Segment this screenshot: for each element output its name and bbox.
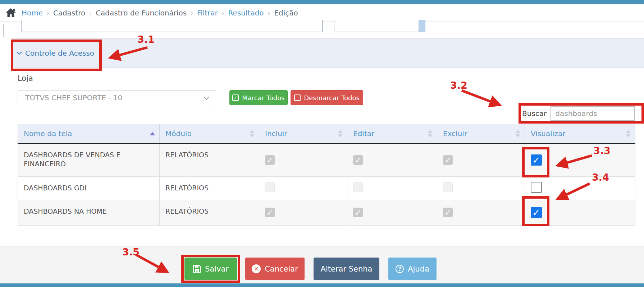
column-header-label: Visualizar <box>531 129 565 138</box>
column-header-visualizar[interactable]: Visualizar <box>525 124 635 144</box>
top-accent-bar <box>0 0 644 4</box>
breadcrumb-bar: Home›Cadastro›Cadastro de Funcionários›F… <box>0 4 644 22</box>
excluir-cell <box>437 200 525 225</box>
editar-checkbox <box>353 208 363 217</box>
incluir-cell <box>259 200 347 225</box>
checked-box-icon: ✓ <box>232 94 239 101</box>
form-left-border <box>3 24 4 37</box>
table-row: DASHBOARDS DE VENDAS E FINANCEIRORELATÓR… <box>18 143 635 176</box>
breadcrumb-item-cadastro-de-funcionarios: Cadastro de Funcionários <box>96 9 187 17</box>
column-header-modulo[interactable]: Módulo <box>160 124 259 144</box>
module-cell: RELATÓRIOS <box>160 143 259 176</box>
table-header-row: Nome da telaMóduloIncluirEditarExcluirVi… <box>18 124 635 144</box>
bottom-accent-bar <box>0 283 644 287</box>
chevron-down-icon <box>204 96 209 100</box>
excluir-checkbox <box>443 208 453 217</box>
store-label: Loja <box>18 74 33 83</box>
column-header-editar[interactable]: Editar <box>347 124 437 144</box>
visualizar-checkbox[interactable] <box>531 207 542 218</box>
module-cell: RELATÓRIOS <box>160 176 259 200</box>
footer-buttons: Salvar ✕ Cancelar Alterar Senha ? Ajuda <box>184 258 437 280</box>
save-icon <box>193 265 201 273</box>
breadcrumb-item-filtrar[interactable]: Filtrar <box>197 9 218 17</box>
incluir-checkbox <box>265 182 275 192</box>
excluir-checkbox <box>443 155 453 165</box>
column-header-excluir[interactable]: Excluir <box>437 124 525 144</box>
excluir-cell <box>437 143 525 176</box>
screen-name-cell: DASHBOARDS GDI <box>18 176 160 200</box>
sort-icon <box>626 130 631 138</box>
breadcrumb-separator: › <box>191 9 193 17</box>
permissions-table: Nome da telaMóduloIncluirEditarExcluirVi… <box>18 124 635 226</box>
home-icon[interactable] <box>5 8 16 18</box>
cancel-button[interactable]: ✕ Cancelar <box>245 258 305 280</box>
mark-all-label: Marcar Todos <box>242 94 284 102</box>
breadcrumb: Home›Cadastro›Cadastro de Funcionários›F… <box>22 9 298 17</box>
cancel-icon: ✕ <box>252 264 261 273</box>
help-label: Ajuda <box>408 265 429 273</box>
truncated-text-input[interactable] <box>21 20 323 32</box>
incluir-checkbox <box>265 155 275 165</box>
store-select-value: TOTVS CHEF SUPORTE - 10 <box>25 93 122 102</box>
breadcrumb-item-home[interactable]: Home <box>22 9 43 17</box>
cancel-label: Cancelar <box>265 265 298 273</box>
column-header-label: Módulo <box>165 129 192 138</box>
visualizar-cell <box>525 200 635 225</box>
column-header-label: Nome da tela <box>24 129 72 138</box>
incluir-cell <box>259 143 347 176</box>
column-header-incluir[interactable]: Incluir <box>259 124 347 144</box>
excluir-cell <box>437 176 525 200</box>
access-panel-title: Controle de Acesso <box>25 49 94 57</box>
column-header-nome-da-tela[interactable]: Nome da tela <box>18 124 160 144</box>
sort-icon <box>515 130 520 138</box>
column-header-label: Excluir <box>443 129 467 138</box>
visualizar-cell <box>525 143 635 176</box>
app-window: Home›Cadastro›Cadastro de Funcionários›F… <box>0 0 644 287</box>
column-header-label: Incluir <box>265 129 287 138</box>
incluir-checkbox <box>265 208 275 217</box>
chevron-down-icon <box>17 51 22 55</box>
screen-name-cell: DASHBOARDS NA HOME <box>18 200 160 225</box>
breadcrumb-separator: › <box>47 9 49 17</box>
unmark-all-button[interactable]: Desmarcar Todos <box>291 90 363 105</box>
store-select[interactable]: TOTVS CHEF SUPORTE - 10 <box>18 90 216 105</box>
annotation-label-3-2: 3.2 <box>450 80 467 91</box>
table-body: DASHBOARDS DE VENDAS E FINANCEIRORELATÓR… <box>18 143 635 225</box>
editar-checkbox <box>353 182 363 192</box>
sort-icon <box>428 130 433 138</box>
table-row: DASHBOARDS GDIRELATÓRIOS <box>18 176 635 200</box>
sort-ascending-icon <box>150 132 155 135</box>
help-button[interactable]: ? Ajuda <box>388 258 437 280</box>
empty-box-icon <box>294 94 301 101</box>
table-row: DASHBOARDS NA HOMERELATÓRIOS <box>18 200 635 225</box>
breadcrumb-separator: › <box>89 9 92 17</box>
search-label: Buscar <box>522 109 547 118</box>
mark-all-button[interactable]: ✓ Marcar Todos <box>229 90 288 105</box>
unmark-all-label: Desmarcar Todos <box>304 94 360 102</box>
breadcrumb-separator: › <box>222 9 224 17</box>
column-header-label: Editar <box>353 129 374 138</box>
editar-checkbox <box>353 155 363 165</box>
editar-cell <box>347 143 437 176</box>
help-icon: ? <box>396 265 404 273</box>
truncated-spinner-input[interactable] <box>334 20 419 32</box>
search-area: Buscar <box>522 106 635 121</box>
save-button[interactable]: Salvar <box>184 258 237 280</box>
access-panel-header[interactable]: Controle de Acesso <box>12 38 644 68</box>
change-password-label: Alterar Senha <box>321 265 373 273</box>
module-cell: RELATÓRIOS <box>160 200 259 225</box>
annotation-arrow-3-2 <box>462 91 498 104</box>
sort-icon <box>250 130 255 138</box>
breadcrumb-separator: › <box>268 9 270 17</box>
change-password-button[interactable]: Alterar Senha <box>314 258 379 280</box>
incluir-cell <box>259 176 347 200</box>
input-addon[interactable] <box>419 20 425 32</box>
sort-icon <box>338 130 343 138</box>
visualizar-checkbox[interactable] <box>531 182 542 193</box>
search-input[interactable] <box>551 106 635 121</box>
excluir-checkbox <box>443 182 453 192</box>
visualizar-checkbox[interactable] <box>531 154 542 166</box>
save-label: Salvar <box>205 265 229 273</box>
screen-name-cell: DASHBOARDS DE VENDAS E FINANCEIRO <box>18 143 160 176</box>
breadcrumb-item-resultado[interactable]: Resultado <box>228 9 264 17</box>
